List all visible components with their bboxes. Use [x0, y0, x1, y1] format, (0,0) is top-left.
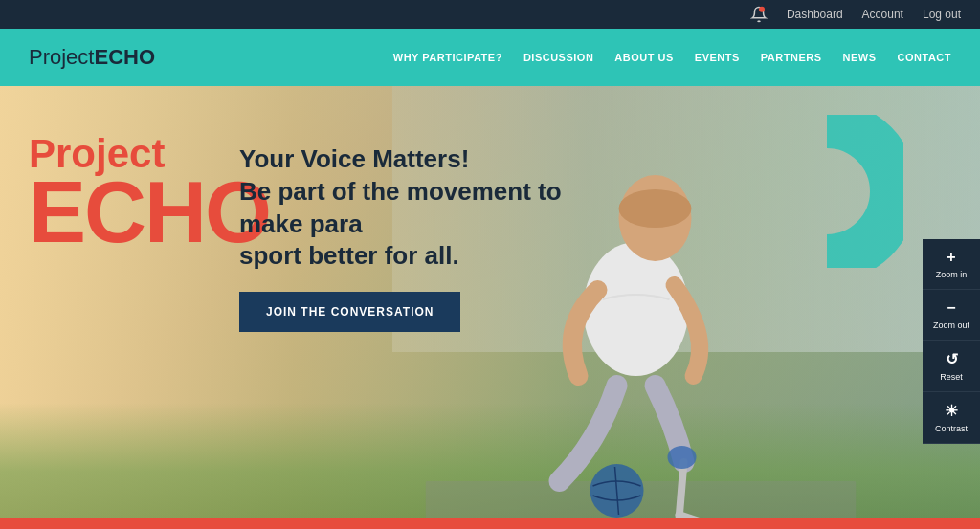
- hero-tagline: Your Voice Matters!Be part of the moveme…: [239, 143, 603, 273]
- nav-partners[interactable]: PARTNERS: [761, 52, 822, 63]
- zoom-out-button[interactable]: − Zoom out: [923, 290, 980, 341]
- nav-news[interactable]: NEWS: [843, 52, 877, 63]
- logo-project-text: Project: [29, 45, 94, 70]
- logout-link[interactable]: Log out: [923, 8, 961, 21]
- contrast-button[interactable]: ☀ Contrast: [923, 392, 980, 444]
- dashboard-link[interactable]: Dashboard: [787, 8, 843, 21]
- contrast-icon: ☀: [945, 402, 958, 420]
- reset-button[interactable]: ↺ Reset: [923, 341, 980, 392]
- zoom-in-button[interactable]: + Zoom in: [923, 239, 980, 290]
- nav-discussion[interactable]: DISCUSSION: [523, 52, 593, 63]
- reset-label: Reset: [940, 372, 963, 382]
- nav-events[interactable]: EVENTS: [695, 52, 740, 63]
- hero-echo-label: ECHO: [29, 174, 270, 252]
- bottom-accent-bar: [0, 518, 980, 529]
- nav-about-us[interactable]: ABOUT US: [614, 52, 673, 63]
- account-link[interactable]: Account: [862, 8, 903, 21]
- zoom-out-label: Zoom out: [933, 320, 969, 330]
- accessibility-toolbar: + Zoom in − Zoom out ↺ Reset ☀ Contrast: [923, 239, 980, 444]
- zoom-in-icon: +: [947, 249, 955, 266]
- nav-contact[interactable]: CONTACT: [898, 52, 951, 63]
- logo[interactable]: Project ECHO: [29, 45, 155, 70]
- nav-why-participate[interactable]: WHY PARTICIPATE?: [393, 52, 502, 63]
- svg-point-4: [668, 446, 697, 469]
- svg-point-6: [619, 189, 692, 228]
- hero-brand-text: Project ECHO: [29, 134, 270, 252]
- contrast-label: Contrast: [935, 424, 968, 433]
- svg-point-0: [759, 7, 765, 12]
- zoom-in-label: Zoom in: [936, 270, 968, 279]
- site-header: Project ECHO WHY PARTICIPATE? DISCUSSION…: [0, 29, 980, 86]
- top-bar: Dashboard Account Log out: [0, 0, 980, 29]
- logo-echo-text: ECHO: [94, 45, 155, 70]
- reset-icon: ↺: [946, 350, 958, 368]
- hero-content: Your Voice Matters!Be part of the moveme…: [239, 143, 603, 332]
- notification-area: [750, 6, 768, 23]
- notification-icon[interactable]: [750, 6, 768, 23]
- main-nav: WHY PARTICIPATE? DISCUSSION ABOUT US EVE…: [393, 52, 951, 63]
- zoom-out-icon: −: [947, 299, 955, 317]
- hero-section: Project ECHO Your Voice Matters!Be part …: [0, 86, 980, 529]
- join-conversation-button[interactable]: JOIN THE CONVERSATION: [239, 292, 460, 332]
